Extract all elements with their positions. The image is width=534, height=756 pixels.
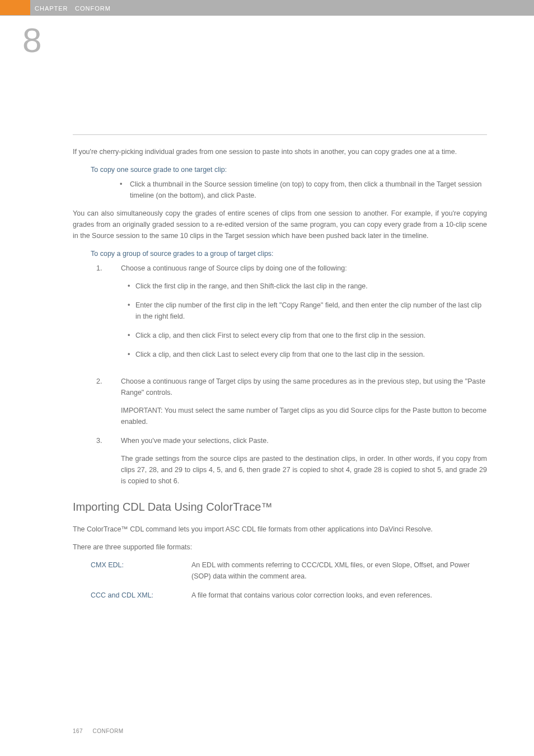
bullet-icon: • xyxy=(128,349,135,360)
page-content: If you're cherry-picking individual grad… xyxy=(73,134,487,609)
body-text: You can also simultaneously copy the gra… xyxy=(73,208,487,241)
list-item-text: Click a thumbnail in the Source session … xyxy=(130,179,487,201)
footer-section: CONFORM xyxy=(92,728,123,734)
section-label: CONFORM xyxy=(75,4,111,14)
bullet-list: • Click a thumbnail in the Source sessio… xyxy=(120,179,487,201)
definition-term: CMX EDL: xyxy=(91,559,191,582)
list-item-text: Choose a continuous range of Source clip… xyxy=(121,263,487,274)
definition-desc: A file format that contains various colo… xyxy=(191,590,487,601)
list-item: 2. Choose a continuous range of Target c… xyxy=(96,376,487,427)
list-item-text: Click the first clip in the range, and t… xyxy=(135,281,487,292)
list-item: 1. Choose a continuous range of Source c… xyxy=(96,263,487,368)
bullet-icon: • xyxy=(128,281,135,292)
bullet-icon: • xyxy=(128,330,135,341)
list-item-text: When you've made your selections, click … xyxy=(121,435,487,446)
step-number: 2. xyxy=(96,376,121,427)
body-text: There are three supported file formats: xyxy=(73,542,487,553)
divider xyxy=(73,134,487,135)
definition-desc: An EDL with comments referring to CCC/CD… xyxy=(191,559,487,582)
list-item: • Click the first clip in the range, and… xyxy=(128,281,487,292)
list-item-text: Enter the clip number of the first clip … xyxy=(135,300,487,322)
list-item: 3. When you've made your selections, cli… xyxy=(96,435,487,487)
definition-row: CCC and CDL XML: A file format that cont… xyxy=(91,590,487,601)
definition-row: CMX EDL: An EDL with comments referring … xyxy=(91,559,487,582)
note-text: IMPORTANT: You must select the same numb… xyxy=(121,405,487,427)
page-number: 167 xyxy=(73,728,83,734)
bullet-icon: • xyxy=(128,300,135,322)
list-item-text: Choose a continuous range of Target clip… xyxy=(121,376,487,398)
list-item: • Click a thumbnail in the Source sessio… xyxy=(120,179,487,201)
chapter-number: 8 xyxy=(22,12,41,68)
list-item-text: Click a clip, and then click Last to sel… xyxy=(135,349,487,360)
definition-list: CMX EDL: An EDL with comments referring … xyxy=(91,559,487,601)
procedure-heading: To copy one source grade to one target c… xyxy=(91,164,487,175)
note-text: The grade settings from the source clips… xyxy=(121,453,487,487)
list-item-text: Click a clip, and then click First to se… xyxy=(135,330,487,341)
page-footer: 167 CONFORM xyxy=(73,727,124,736)
bullet-icon: • xyxy=(120,179,130,201)
list-item: • Enter the clip number of the first cli… xyxy=(128,300,487,322)
list-item: • Click a clip, and then click Last to s… xyxy=(128,349,487,360)
numbered-list: 1. Choose a continuous range of Source c… xyxy=(96,263,487,487)
step-number: 3. xyxy=(96,435,121,487)
procedure-heading: To copy a group of source grades to a gr… xyxy=(91,248,487,259)
body-text: The ColorTrace™ CDL command lets you imp… xyxy=(73,524,487,535)
step-number: 1. xyxy=(96,263,121,368)
body-text: If you're cherry-picking individual grad… xyxy=(73,146,487,157)
definition-term: CCC and CDL XML: xyxy=(91,590,191,601)
section-heading: Importing CDL Data Using ColorTrace™ xyxy=(73,498,487,516)
list-item: • Click a clip, and then click First to … xyxy=(128,330,487,341)
